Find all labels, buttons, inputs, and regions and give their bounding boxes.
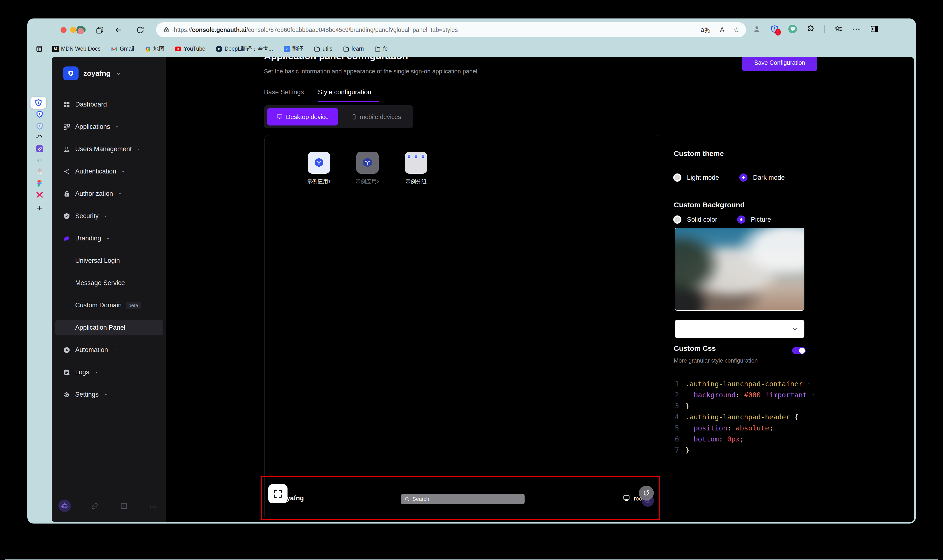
code-token: bottom [694,435,719,443]
sidebar-item-authorization[interactable]: Authorization [52,183,166,205]
launchpad-search-input[interactable]: Search [401,494,525,504]
bookmark--[interactable]: 地图 [145,45,165,52]
sidebar-item-custom-domain[interactable]: Custom Domainbeta [52,294,166,317]
genauth-shield-faded-icon[interactable] [28,120,52,132]
dark-mode-radio[interactable] [739,174,747,182]
tab-base-settings[interactable]: Base Settings [264,89,304,102]
jenkins-icon[interactable] [28,165,52,177]
address-bar[interactable]: https://console.genauth.ai/console/67eb6… [156,22,746,37]
preview-app-tile[interactable]: 示例应用2 [356,152,379,185]
translate-icon[interactable]: aあ [701,25,711,34]
sidebar-item-label: Settings [75,391,99,398]
custom-css-toggle[interactable] [792,347,806,354]
reload-icon[interactable] [135,25,145,35]
genauth-active-tab-icon[interactable] [31,97,46,109]
youtube-icon [175,46,181,52]
code-line[interactable]: 5 position: absolute; [667,423,859,434]
green-arrows-icon[interactable] [28,154,52,166]
assistant-robot-icon[interactable] [59,500,71,512]
link-icon[interactable] [91,502,99,510]
dark-mode-label[interactable]: Dark mode [753,174,785,182]
code-token: .authing-launchpad-header [685,413,790,421]
bookmark-gmail[interactable]: Gmail [111,46,134,52]
launchpad-monitor-icon[interactable] [623,494,630,502]
sidebar-item-application-panel[interactable]: Application Panel [52,317,166,339]
code-line[interactable]: 4.authing-launchpad-header { [667,411,859,423]
chevron-down-icon [114,124,120,129]
picture-label[interactable]: Picture [751,216,771,223]
hide-sidebar-icon[interactable] [870,25,879,33]
code-line[interactable]: 6 bottom: 0px; [667,434,859,445]
desktop-device-button[interactable]: Desktop device [267,108,338,126]
bookmark-learn[interactable]: learn [343,46,364,52]
pink-x-icon[interactable] [28,189,52,201]
code-line[interactable]: 3} [667,400,859,411]
light-mode-label[interactable]: Light mode [687,174,719,182]
mobile-devices-button[interactable]: mobile devices [342,108,410,126]
background-fit-select[interactable] [675,320,804,338]
sidebar-item-logs[interactable]: Logs [52,361,166,383]
solid-color-radio[interactable] [673,215,681,224]
sidebar-item-security[interactable]: Security [52,205,166,227]
tab-overview-icon[interactable] [95,25,105,35]
sidebar-item-authentication[interactable]: Authentication [52,160,166,183]
preview-app-tile[interactable]: 示例分组 [405,152,427,185]
genauth-shield-icon[interactable] [28,108,52,120]
launchpad-logo-icon [268,484,287,503]
chevron-down-icon [120,169,126,174]
new-tab-button[interactable]: + [28,201,52,215]
favorite-star-icon[interactable]: ☆ [733,25,740,34]
mobile-phone-icon [351,114,357,120]
sidebar-item-branding[interactable]: Branding [52,227,166,249]
sidebar-panel-icon[interactable] [35,45,43,52]
immersive-reader-icon[interactable]: A [720,26,724,34]
bookmark-fe[interactable]: fe [375,46,388,52]
sidebar-item-label: Custom Domain [75,302,122,309]
close-window-button[interactable] [60,27,66,33]
shield-alert-extension-icon[interactable]: ! [770,25,779,33]
background-picture-preview[interactable] [675,228,804,311]
sidebar-item-label: Logs [75,369,90,376]
reset-history-button[interactable]: ↺ [639,486,654,500]
light-mode-radio[interactable] [673,174,681,182]
custom-background-heading: Custom Background [674,201,745,209]
sidebar-item-users-management[interactable]: Users Management [52,138,166,160]
minimize-window-button[interactable] [70,27,76,33]
collections-icon[interactable] [835,25,843,33]
sidebar-more-icon[interactable]: ⋯ [149,502,157,512]
purple-app-icon[interactable] [28,143,52,155]
bookmark-deepl-[interactable]: DeepL翻译：全世... [216,45,273,52]
sidebar-item-applications[interactable]: Applications [52,115,166,138]
code-line[interactable]: 7} [667,445,859,455]
custom-css-editor[interactable]: 1.authing-launchpad-container ·2 backgro… [667,378,859,455]
solid-color-label[interactable]: Solid color [687,216,717,223]
bookmark--[interactable]: 文翻译 [284,45,303,52]
extensions-puzzle-icon[interactable] [807,25,815,33]
bookmark-youtube[interactable]: YouTube [175,46,205,52]
bookmark-label: DeepL翻译：全世... [225,45,273,52]
browser-profile-avatar[interactable] [76,26,85,34]
code-line[interactable]: 2 background: #000 !important · [667,389,859,400]
preview-app-tile[interactable]: 示例应用1 [308,152,330,185]
code-line[interactable]: 1.authing-launchpad-container · [667,378,859,389]
org-switcher[interactable]: zoyafng [63,66,122,80]
sidebar-item-message-service[interactable]: Message Service [52,272,166,294]
docs-book-icon[interactable] [120,502,128,510]
bookmark-label: MDN Web Docs [61,46,100,52]
sidebar-item-settings[interactable]: Settings [52,383,166,406]
tab-style-configuration[interactable]: Style configuration [318,89,371,102]
sidebar-item-automation[interactable]: AAutomation [52,339,166,361]
bookmark-mdn-web-docs[interactable]: MMDN Web Docs [52,46,100,52]
monitor-extension-icon[interactable] [788,25,797,33]
back-icon[interactable] [113,25,124,35]
picture-radio[interactable] [737,215,745,224]
bookmark-label: Gmail [120,46,134,52]
more-options-icon[interactable]: ⋯ [852,24,860,34]
squiggle-logo-icon[interactable] [28,131,52,143]
profile-extension-icon[interactable] [753,25,761,33]
bookmark-utils[interactable]: utils [314,46,332,52]
figma-icon[interactable] [28,177,52,189]
sidebar-item-dashboard[interactable]: Dashboard [52,93,166,115]
save-configuration-button[interactable]: Save Configuration [742,57,817,71]
sidebar-item-universal-login[interactable]: Universal Login [52,249,166,272]
